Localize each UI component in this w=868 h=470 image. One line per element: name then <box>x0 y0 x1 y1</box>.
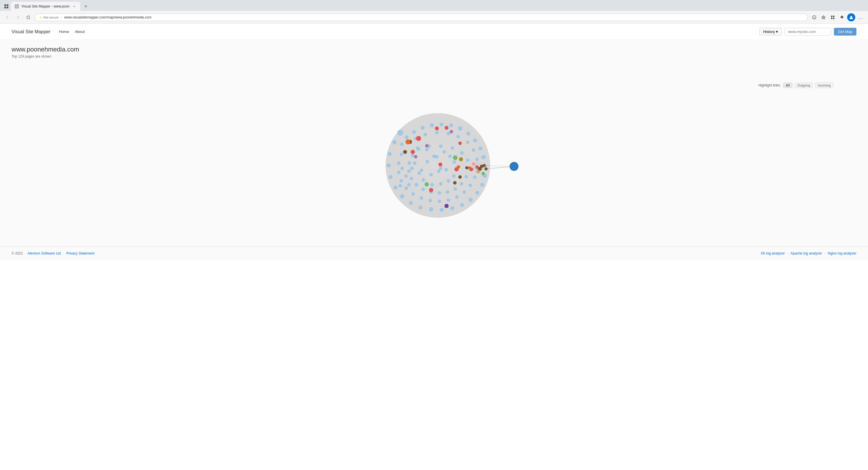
svg-point-101 <box>409 201 412 205</box>
svg-point-177 <box>448 155 452 158</box>
purple-node-3[interactable] <box>444 204 449 208</box>
outlier-node[interactable] <box>510 162 518 170</box>
cluster-brown-3[interactable] <box>483 164 486 167</box>
address-bar[interactable]: ⚠ Not secure | www.visualsitemapper.com/… <box>35 13 808 21</box>
nginx-link[interactable]: Nginx log analyzer <box>828 251 857 255</box>
tab-close-button[interactable]: × <box>72 4 77 9</box>
svg-point-125 <box>435 131 439 134</box>
red-node-5[interactable] <box>410 150 415 154</box>
footer-right: IIS log analyzer - Apache log analyzer -… <box>761 251 857 255</box>
svg-point-100 <box>400 194 404 198</box>
svg-point-120 <box>421 126 425 130</box>
brown-node-4[interactable] <box>458 175 462 179</box>
red-node-8[interactable] <box>429 188 433 192</box>
svg-point-135 <box>456 195 459 199</box>
privacy-statement-link[interactable]: Privacy Statement <box>66 251 94 255</box>
svg-point-165 <box>411 154 414 157</box>
svg-point-137 <box>438 200 441 203</box>
svg-point-94 <box>398 130 403 135</box>
orange-node-1[interactable] <box>405 139 410 144</box>
svg-rect-4 <box>16 5 18 8</box>
settings-menu-button[interactable]: … <box>857 13 865 22</box>
add-tab-button[interactable]: + <box>82 2 90 10</box>
svg-point-105 <box>451 207 454 210</box>
cluster-orange-1[interactable] <box>468 166 471 169</box>
svg-point-157 <box>446 191 450 194</box>
separator-2: - <box>824 251 826 255</box>
svg-point-161 <box>415 183 418 186</box>
company-link[interactable]: Alentum Software Ltd. <box>28 251 62 255</box>
svg-point-173 <box>447 179 450 183</box>
brown-node-3[interactable] <box>453 181 457 185</box>
tab-favicon <box>14 4 19 9</box>
purple-node-4[interactable] <box>450 130 453 133</box>
svg-rect-1 <box>7 4 8 6</box>
url-input[interactable] <box>785 28 831 36</box>
svg-point-179 <box>430 173 433 177</box>
reload-button[interactable] <box>24 13 32 22</box>
network-graph[interactable] <box>333 67 535 229</box>
red-node-3[interactable] <box>445 126 448 130</box>
red-node-2[interactable] <box>435 126 439 130</box>
security-text: Not secure <box>43 15 59 19</box>
svg-point-152 <box>466 158 469 162</box>
svg-point-113 <box>478 147 482 150</box>
graph-container[interactable] <box>11 61 857 241</box>
tab-bar: Visual Site Mapper - www.poon × + <box>0 0 868 11</box>
svg-point-114 <box>473 138 477 142</box>
favorites-button[interactable] <box>819 13 828 22</box>
brown-node-1[interactable] <box>403 150 407 154</box>
nav-home[interactable]: Home <box>59 30 69 34</box>
darkgold-node-1[interactable] <box>459 157 463 161</box>
svg-point-186 <box>439 167 442 170</box>
back-button[interactable] <box>3 13 11 22</box>
apache-link[interactable]: Apache log analyzer <box>791 251 822 255</box>
svg-point-127 <box>457 135 460 138</box>
nav-about[interactable]: About <box>75 30 85 34</box>
red-node-1[interactable] <box>416 136 421 141</box>
profile-button[interactable] <box>847 13 855 22</box>
svg-point-97 <box>387 164 390 167</box>
extensions-button[interactable] <box>838 13 846 22</box>
cluster-brown-4[interactable] <box>485 167 488 170</box>
green-node-2[interactable] <box>425 182 429 187</box>
cluster-tan-1[interactable] <box>476 170 480 173</box>
active-tab[interactable]: Visual Site Mapper - www.poon × <box>11 2 80 11</box>
green-node-cluster[interactable] <box>482 172 485 175</box>
browser-chrome: Visual Site Mapper - www.poon × + ⚠ Not … <box>0 0 868 24</box>
svg-point-106 <box>460 203 464 207</box>
cluster-red-1[interactable] <box>475 165 479 168</box>
svg-point-164 <box>408 162 411 165</box>
svg-point-136 <box>447 199 450 202</box>
app-logo: Visual Site Mapper <box>11 29 50 34</box>
tab-grid-icon[interactable] <box>2 2 10 10</box>
forward-button[interactable] <box>14 13 22 22</box>
svg-point-182 <box>401 167 404 170</box>
purple-node-1[interactable] <box>425 144 429 148</box>
svg-point-168 <box>435 155 438 158</box>
get-map-button[interactable]: Get Map <box>834 28 857 36</box>
orange-node-2[interactable] <box>457 165 460 168</box>
green-node-1[interactable] <box>453 155 458 160</box>
svg-point-166 <box>417 148 420 151</box>
svg-rect-9 <box>833 15 834 17</box>
svg-point-180 <box>437 170 440 173</box>
security-warning-icon: ⚠ <box>39 15 42 20</box>
svg-point-119 <box>430 124 434 127</box>
purple-node-2[interactable] <box>414 155 417 158</box>
cluster-brown-5[interactable] <box>465 166 468 169</box>
red-node-4[interactable] <box>458 142 462 145</box>
reader-mode-button[interactable]: A <box>810 13 818 22</box>
iis-link[interactable]: IIS log analyzer <box>761 251 785 255</box>
security-indicator: ⚠ Not secure <box>39 15 59 20</box>
svg-point-134 <box>463 191 466 194</box>
page-content: Visual Site Mapper Home About History ▾ … <box>0 24 868 470</box>
history-button[interactable]: History ▾ <box>760 28 782 36</box>
pink-node-1[interactable] <box>472 162 475 166</box>
app-nav: Home About <box>59 30 85 34</box>
svg-point-128 <box>466 141 469 144</box>
red-node-7[interactable] <box>438 162 442 166</box>
svg-point-129 <box>472 148 475 152</box>
collections-button[interactable] <box>829 13 837 22</box>
svg-point-98 <box>389 175 392 179</box>
